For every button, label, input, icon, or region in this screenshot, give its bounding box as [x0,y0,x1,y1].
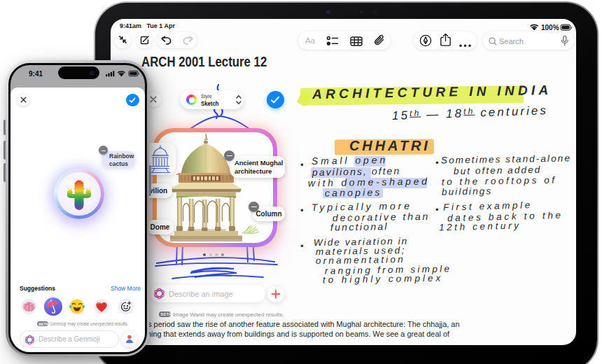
svg-text:100%: 100% [541,24,559,31]
